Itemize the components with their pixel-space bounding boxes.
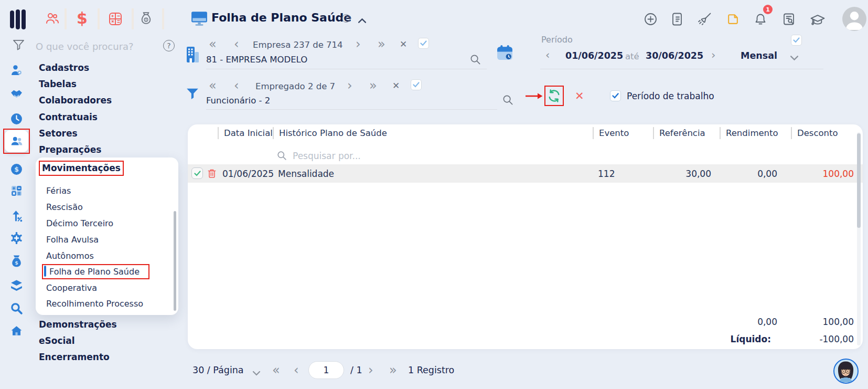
period-calendar-icon[interactable]: [496, 44, 513, 64]
sidebar-item-esocial[interactable]: eSocial: [39, 335, 75, 346]
submenu-item-ferias[interactable]: Férias: [46, 186, 71, 196]
rail-moneybag-icon[interactable]: $: [10, 255, 23, 268]
app-logo[interactable]: [10, 9, 28, 29]
submenu-item-cooperativa[interactable]: Cooperativa: [46, 283, 97, 293]
pagination-last-button[interactable]: »: [389, 364, 397, 376]
column-header-rendimento[interactable]: Rendimento: [720, 127, 778, 139]
row-cell-reference[interactable]: 30,00: [659, 169, 711, 179]
rail-home-icon[interactable]: [10, 324, 23, 338]
row-cell-historic[interactable]: Mensalidade: [278, 169, 334, 179]
sidebar-item-contratuais[interactable]: Contratuais: [39, 112, 98, 122]
submenu-scrollbar[interactable]: [174, 211, 176, 311]
column-header-historico[interactable]: Histórico Plano de Saúde: [273, 127, 387, 139]
page-size-select[interactable]: 30 / Página: [192, 365, 244, 375]
period-start-date[interactable]: 01/06/2025: [565, 50, 623, 61]
row-cell-income[interactable]: 0,00: [725, 169, 777, 179]
notes-icon[interactable]: [726, 13, 740, 28]
sidebar-item-tabelas[interactable]: Tabelas: [39, 79, 77, 89]
notification-badge[interactable]: 1: [763, 5, 773, 14]
period-checkbox[interactable]: [791, 35, 802, 46]
finance-module-icon[interactable]: $: [77, 9, 88, 27]
clean-broom-icon[interactable]: [698, 12, 712, 28]
cancel-x-button[interactable]: ✕: [575, 90, 584, 102]
collapse-chevron-up-icon[interactable]: [358, 16, 367, 26]
rail-handshake-icon[interactable]: [10, 87, 23, 100]
period-prev-button[interactable]: ‹: [545, 50, 550, 61]
submenu-item-recolhimento-processo[interactable]: Recolhimento Processo: [46, 299, 143, 309]
sidebar-item-demonstracoes[interactable]: Demonstrações: [39, 319, 117, 330]
submenu-item-autonomos[interactable]: Autônomos: [46, 251, 94, 261]
column-header-referencia[interactable]: Referência: [653, 127, 705, 139]
pagination-prev-button[interactable]: ‹: [294, 364, 299, 376]
rail-clock-icon[interactable]: [10, 112, 23, 125]
rail-layers-icon[interactable]: [10, 279, 23, 292]
sidebar-item-setores[interactable]: Setores: [39, 128, 78, 139]
company-clear-icon[interactable]: ✕: [400, 39, 407, 49]
table-search-input[interactable]: [292, 149, 451, 163]
add-icon[interactable]: [644, 13, 657, 28]
work-period-checkbox[interactable]: [610, 90, 621, 101]
moneybag-module-icon[interactable]: [140, 11, 153, 28]
period-frequency-chevron-down-icon[interactable]: [790, 53, 799, 63]
employee-search-icon[interactable]: [502, 94, 513, 108]
rail-search-icon[interactable]: [10, 302, 23, 315]
employee-value[interactable]: Funcionário - 2: [206, 96, 270, 106]
sidebar-item-preparacoes[interactable]: Preparações: [39, 144, 101, 155]
rail-settings-gear-icon[interactable]: [10, 232, 23, 245]
pagination-total-pages: / 1: [350, 365, 362, 375]
hr-module-icon[interactable]: [45, 12, 60, 27]
submenu-item-rescisao[interactable]: Rescisão: [46, 202, 83, 212]
employee-checkbox[interactable]: [411, 79, 422, 90]
training-graduation-icon[interactable]: [810, 13, 826, 28]
sidebar-item-colaboradores[interactable]: Colaboradores: [39, 95, 112, 106]
period-frequency-select[interactable]: Mensal: [741, 50, 777, 61]
submenu-item-folha-avulsa[interactable]: Folha Avulsa: [46, 235, 99, 245]
row-cell-discount[interactable]: 100,00: [801, 169, 854, 179]
row-delete-trash-icon[interactable]: [207, 167, 217, 182]
employee-next-button[interactable]: ›: [347, 79, 352, 92]
work-period-label: Período de trabalho: [627, 91, 714, 101]
audit-search-icon[interactable]: [782, 12, 796, 28]
pagination-first-button[interactable]: «: [272, 364, 280, 376]
document-icon[interactable]: [671, 12, 683, 28]
column-header-data-inicial[interactable]: Data Inicial: [218, 127, 273, 139]
company-first-button[interactable]: «: [209, 38, 217, 50]
rail-registrations-icon[interactable]: [10, 64, 23, 77]
calculator-module-icon[interactable]: [109, 12, 122, 28]
company-prev-button[interactable]: ‹: [234, 38, 239, 50]
company-last-button[interactable]: »: [378, 38, 385, 50]
pagination-page-input[interactable]: [308, 361, 344, 379]
annotation-arrow: [525, 92, 543, 102]
info-icon[interactable]: i: [342, 14, 350, 23]
employee-first-button[interactable]: «: [209, 79, 217, 92]
sidebar-item-cadastros[interactable]: Cadastros: [39, 62, 89, 73]
global-search-input[interactable]: [35, 39, 157, 54]
profile-avatar[interactable]: [842, 7, 866, 31]
sidebar-item-encerramento[interactable]: Encerramento: [39, 352, 110, 362]
column-header-evento[interactable]: Evento: [593, 127, 629, 139]
company-search-icon[interactable]: [470, 54, 481, 67]
row-cell-event[interactable]: 112: [598, 169, 615, 179]
rail-payroll-icon[interactable]: $: [10, 163, 23, 176]
employee-clear-icon[interactable]: ✕: [392, 80, 400, 91]
table-scrollbar-thumb[interactable]: [857, 133, 861, 228]
rail-calculation-icon[interactable]: [10, 184, 23, 197]
row-confirm-checkbox[interactable]: [191, 167, 203, 179]
rail-raise-percent-icon[interactable]: [10, 209, 23, 222]
pagination-next-button[interactable]: ›: [368, 364, 373, 376]
row-cell-date[interactable]: 01/06/2025: [222, 169, 274, 179]
company-next-button[interactable]: ›: [356, 38, 361, 50]
period-end-date[interactable]: 30/06/2025: [646, 50, 703, 61]
period-next-button[interactable]: ›: [711, 50, 715, 61]
submenu-item-decimo-terceiro[interactable]: Décimo Terceiro: [46, 218, 113, 228]
company-value[interactable]: 81 - EMPRESA MODELO: [206, 55, 307, 65]
assistant-avatar[interactable]: [833, 359, 859, 384]
table-search-icon: [277, 151, 287, 163]
company-checkbox[interactable]: [418, 38, 429, 49]
employee-last-button[interactable]: »: [369, 79, 377, 92]
help-icon[interactable]: ?: [163, 40, 175, 51]
column-header-desconto[interactable]: Desconto: [791, 127, 838, 139]
employee-prev-button[interactable]: ‹: [234, 79, 239, 92]
page-size-chevron-down-icon[interactable]: [252, 368, 261, 378]
notifications-bell-icon[interactable]: [754, 13, 767, 28]
